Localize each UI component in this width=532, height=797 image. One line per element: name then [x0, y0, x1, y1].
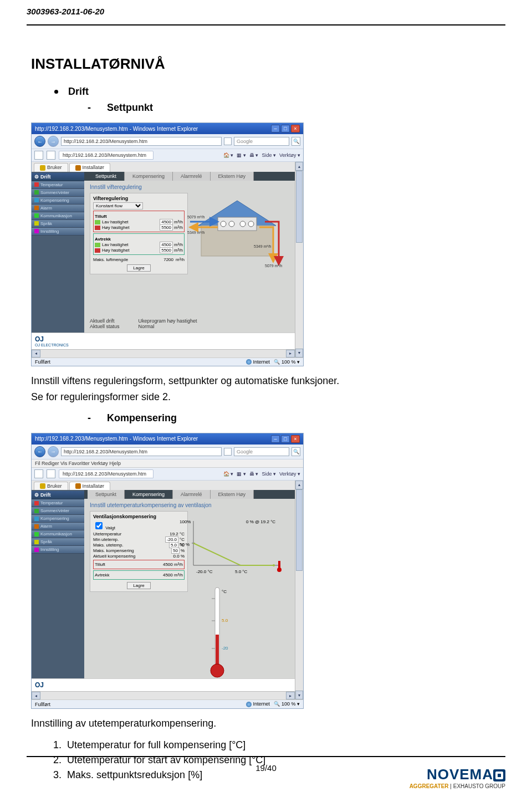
scroll-thumb[interactable]	[296, 489, 303, 571]
svg-point-3	[221, 221, 226, 227]
favorites-icon[interactable]	[34, 151, 43, 160]
sidebar-item-innstilling[interactable]: Innstilling	[32, 546, 84, 554]
ptab-ekstern-hoy[interactable]: Ekstern Høy	[211, 172, 254, 181]
favorites-icon[interactable]	[34, 469, 43, 478]
svg-point-6	[248, 221, 254, 227]
save-button[interactable]: Lagre	[127, 264, 150, 272]
sidebar-item-sprak[interactable]: Språk	[32, 220, 84, 228]
input-av-hoy[interactable]: 5500	[160, 247, 173, 253]
refresh-button[interactable]	[224, 448, 232, 456]
minimize-button[interactable]: –	[271, 435, 280, 443]
minimize-button[interactable]: –	[271, 125, 280, 132]
forward-button[interactable]: →	[48, 136, 59, 147]
sidebar-group-drift[interactable]: ⚙Drift	[32, 173, 84, 181]
refresh-button[interactable]	[224, 137, 232, 145]
close-button[interactable]: ×	[291, 125, 300, 132]
back-button[interactable]: ←	[34, 136, 45, 147]
status-left: Fullført	[35, 702, 50, 707]
sidebar-item-kommunikasjon[interactable]: Kommunikasjon	[32, 530, 84, 538]
svg-text:5.0 °C: 5.0 °C	[235, 569, 248, 574]
search-field[interactable]: Google	[234, 447, 289, 456]
maximize-button[interactable]: □	[281, 435, 290, 443]
address-field[interactable]: http://192.168.2.203/Menusystem.htm	[61, 447, 222, 456]
search-icon[interactable]: 🔍	[291, 447, 300, 456]
search-field[interactable]: Google	[234, 137, 289, 146]
tab-bruker[interactable]: Bruker	[34, 163, 68, 172]
checkbox-valgt[interactable]	[95, 522, 103, 529]
search-icon[interactable]: 🔍	[291, 137, 300, 146]
horizontal-scrollbar[interactable]: ◂▸	[32, 349, 295, 357]
ptab-alarmrele[interactable]: Alarmrelé	[173, 172, 211, 181]
address-field[interactable]: http://192.168.2.203/Menusystem.htm	[61, 137, 222, 146]
dash-settpunkt: - Settpunkt	[88, 102, 492, 114]
input-tl-lav[interactable]: 4500	[160, 219, 173, 225]
maximize-button[interactable]: □	[281, 125, 290, 132]
ptab-ekstern-hoy[interactable]: Ekstern Høy	[211, 490, 254, 499]
sidebar-item-kompensering[interactable]: Kompensering	[32, 197, 84, 205]
page-menu[interactable]: Side ▾	[262, 471, 276, 477]
rule-top	[27, 24, 505, 25]
browser-tab[interactable]: http://192.168.2.203/Menusystem.htm	[59, 469, 154, 478]
tab-bruker[interactable]: Bruker	[34, 482, 68, 491]
ptab-settpunkt[interactable]: Settpunkt	[88, 490, 125, 499]
sub-tilluft: Tilluft	[95, 214, 183, 219]
screenshot-settpunkt: http://192.168.2.203/Menusystem.htm - Wi…	[31, 122, 304, 366]
sidebar-item-sprak[interactable]: Språk	[32, 538, 84, 546]
save-button[interactable]: Lagre	[127, 582, 150, 589]
input-maks-kompensering[interactable]: 50	[171, 548, 180, 554]
tools-menu[interactable]: Verktøy ▾	[279, 471, 300, 477]
ptab-kompensering[interactable]: Kompensering	[125, 490, 173, 499]
horizontal-scrollbar[interactable]: ◂▸	[32, 691, 295, 699]
input-av-lav[interactable]: 4500	[160, 242, 173, 248]
page-menu[interactable]: Side ▾	[262, 152, 276, 158]
back-button[interactable]: ←	[34, 446, 45, 457]
list-item-1: 1. Utetemperatur for full kompensering […	[53, 738, 492, 753]
ptab-kompensering[interactable]: Kompensering	[125, 172, 173, 181]
input-tl-hoy[interactable]: 5500	[160, 224, 173, 231]
panel-title: Innstill utetemperaturkompensering av ve…	[90, 502, 289, 508]
feed-icon[interactable]: ▦ ▾	[237, 471, 246, 477]
add-favorite-icon[interactable]	[47, 151, 55, 160]
logo-mark-icon	[493, 769, 505, 781]
sidebar-item-sommervinter[interactable]: Sommer/vinter	[32, 507, 84, 515]
forward-button[interactable]: →	[48, 446, 59, 457]
scroll-thumb[interactable]	[296, 171, 303, 243]
sidebar-item-innstilling[interactable]: Innstilling	[32, 228, 84, 236]
sidebar-group-drift[interactable]: ⚙Drift	[32, 491, 84, 499]
select-reguleringsform[interactable]: Konstant flow	[93, 202, 143, 210]
close-button[interactable]: ×	[291, 435, 300, 443]
ptab-settpunkt[interactable]: Settpunkt	[88, 172, 125, 181]
bar-red-icon	[95, 248, 100, 253]
sidebar-item-kommunikasjon[interactable]: Kommunikasjon	[32, 212, 84, 220]
user-icon	[40, 483, 45, 489]
tab-installator[interactable]: Installatør	[69, 163, 111, 172]
globe-icon	[246, 702, 252, 707]
vertical-scrollbar[interactable]: ▴ ▾	[295, 162, 303, 357]
thermometer: °C 5.0 °C -20.0 °C	[206, 582, 228, 682]
sidebar-item-sommervinter[interactable]: Sommer/vinter	[32, 189, 84, 197]
ie-menubar[interactable]: Fil Rediger Vis Favoritter Verktøy Hjelp	[32, 459, 303, 468]
sidebar-item-alarm[interactable]: Alarm	[32, 523, 84, 530]
tools-menu[interactable]: Verktøy ▾	[279, 152, 300, 158]
browser-tab[interactable]: http://192.168.2.203/Menusystem.htm	[59, 151, 154, 160]
user-icon	[40, 165, 45, 171]
feed-icon[interactable]: ▦ ▾	[237, 152, 246, 158]
home-icon[interactable]: 🏠 ▾	[223, 471, 234, 477]
window-titlebar: http://192.168.2.203/Menusystem.htm - Wi…	[32, 433, 303, 445]
ptab-alarmrele[interactable]: Alarmrelé	[173, 490, 211, 499]
vertical-scrollbar[interactable]: ▴ ▾	[295, 481, 303, 700]
print-icon[interactable]: 🖶 ▾	[249, 152, 259, 158]
para-2: Innstilling av utetemperaturkompensering…	[31, 717, 492, 730]
add-favorite-icon[interactable]	[47, 469, 55, 478]
home-icon[interactable]: 🏠 ▾	[223, 152, 234, 158]
sidebar-item-kompensering[interactable]: Kompensering	[32, 515, 84, 523]
sidebar-item-temperatur[interactable]: Temperatur	[32, 181, 84, 189]
address-bar: ← → http://192.168.2.203/Menusystem.htm …	[32, 445, 303, 459]
svg-point-5	[240, 221, 245, 227]
svg-text:°C: °C	[222, 589, 227, 594]
sidebar-item-alarm[interactable]: Alarm	[32, 205, 84, 212]
status-left: Fullført	[35, 359, 50, 365]
print-icon[interactable]: 🖶 ▾	[249, 471, 259, 477]
tab-installator[interactable]: Installatør	[69, 482, 111, 491]
sidebar-item-temperatur[interactable]: Temperatur	[32, 499, 84, 507]
